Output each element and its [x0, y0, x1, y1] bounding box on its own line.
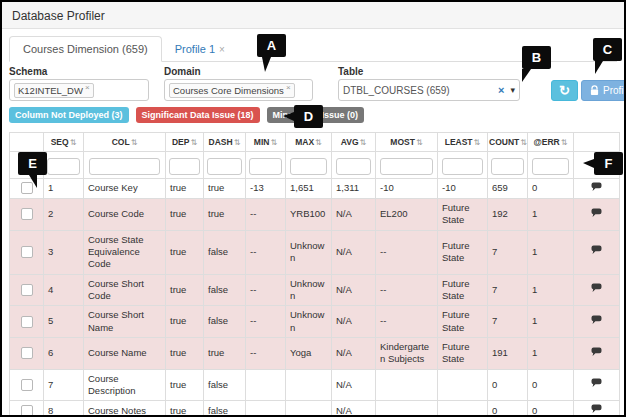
row-checkbox[interactable] [21, 347, 33, 359]
column-header-count[interactable]: COUNT⇅ [488, 133, 528, 152]
tab-courses-dimension[interactable]: Courses Dimension (659) [9, 36, 162, 62]
cell-count: 659 [488, 178, 528, 198]
sort-icon[interactable]: ⇅ [190, 138, 197, 147]
row-checkbox[interactable] [21, 208, 33, 220]
cell-dash: true [204, 198, 246, 230]
sort-icon[interactable]: ⇅ [360, 138, 367, 147]
column-header-col[interactable]: COL⇅ [84, 133, 166, 152]
table-row: 3 Course State Equivalence Code true fal… [10, 230, 620, 274]
cell-col: Course State Equivalence Code [84, 230, 166, 274]
sort-icon[interactable]: ⇅ [70, 138, 77, 147]
cell-dep: true [166, 198, 204, 230]
comment-icon[interactable] [591, 245, 602, 255]
comment-icon[interactable] [591, 208, 602, 218]
column-header-dep[interactable]: DEP⇅ [166, 133, 204, 152]
cell-seq: 4 [44, 274, 84, 306]
table-field: Table DTBL_COURSES (659) × ▾ [338, 66, 520, 101]
comment-icon[interactable] [591, 283, 602, 293]
badge-significant-data-issue[interactable]: Significant Data Issue (18) [136, 107, 260, 123]
column-header-most[interactable]: MOST⇅ [376, 133, 438, 152]
filter-input-seq[interactable] [47, 158, 79, 175]
tab-label: Profile 1 [175, 43, 215, 55]
select-column-header [10, 133, 44, 152]
cell-seq: 2 [44, 198, 84, 230]
callout-d: D [294, 105, 323, 128]
filter-input-most[interactable] [380, 158, 432, 175]
row-checkbox[interactable] [21, 379, 33, 391]
cell-seq: 8 [44, 401, 84, 417]
remove-token-icon[interactable]: × [286, 83, 291, 92]
row-checkbox[interactable] [21, 284, 33, 296]
filter-input-dash[interactable] [207, 158, 241, 175]
cell-dep: true [166, 369, 204, 401]
cell-max: YRB100 [286, 198, 332, 230]
cell-avg: N/A [332, 306, 376, 338]
sort-icon[interactable]: ⇅ [416, 138, 423, 147]
filter-input-dep[interactable] [169, 158, 199, 175]
domain-field: Domain Courses Core Dimensions× [164, 66, 313, 101]
filter-input-least[interactable] [442, 158, 483, 175]
column-header-least[interactable]: LEAST⇅ [438, 133, 488, 152]
cell-err: 0 [528, 369, 574, 401]
filter-input-err[interactable] [532, 158, 570, 175]
filter-input-count[interactable] [491, 158, 523, 175]
column-header-max[interactable]: MAX⇅ [286, 133, 332, 152]
main-content: Courses Dimension (659) Profile 1× Schem… [2, 36, 624, 417]
column-header-dash[interactable]: DASH⇅ [204, 133, 246, 152]
filter-input-col[interactable] [89, 158, 160, 175]
table-label: Table [338, 66, 520, 77]
table-select-value: DTBL_COURSES (659) [343, 85, 494, 96]
profile-button[interactable]: Profile [581, 80, 626, 101]
column-header-err[interactable]: @ERR⇅ [528, 133, 574, 152]
comment-icon[interactable] [591, 378, 602, 388]
sort-icon[interactable]: ⇅ [520, 138, 527, 147]
chevron-down-icon[interactable]: ▾ [510, 85, 515, 95]
column-header-min[interactable]: MIN⇅ [246, 133, 286, 152]
cell-max [286, 401, 332, 417]
sort-icon[interactable]: ⇅ [474, 138, 481, 147]
row-checkbox[interactable] [21, 405, 33, 417]
row-checkbox[interactable] [21, 316, 33, 328]
sort-icon[interactable]: ⇅ [270, 138, 277, 147]
filter-input-avg[interactable] [336, 158, 372, 175]
cell-err: 0 [528, 178, 574, 198]
cell-count: 192 [488, 198, 528, 230]
sort-icon[interactable]: ⇅ [234, 138, 241, 147]
filter-input-max[interactable] [290, 158, 328, 175]
cell-seq: 5 [44, 306, 84, 338]
sort-icon[interactable]: ⇅ [561, 138, 568, 147]
cell-min: -- [246, 274, 286, 306]
cell-least: Future State [438, 306, 488, 338]
cell-err: 1 [528, 306, 574, 338]
cell-most: -- [376, 306, 438, 338]
domain-token: Courses Core Dimensions× [169, 83, 295, 98]
clear-icon[interactable]: × [498, 84, 504, 96]
cell-most: Kindergarten Subjects [376, 337, 438, 369]
remove-token-icon[interactable]: × [85, 83, 90, 92]
comment-icon[interactable] [591, 182, 602, 192]
domain-input[interactable]: Courses Core Dimensions× [164, 79, 313, 101]
cell-most [376, 401, 438, 417]
sort-icon[interactable]: ⇅ [131, 138, 138, 147]
table-select[interactable]: DTBL_COURSES (659) × ▾ [338, 79, 520, 101]
comment-icon[interactable] [591, 347, 602, 357]
badge-column-not-deployed[interactable]: Column Not Deployed (3) [9, 107, 129, 123]
header-row: SEQ⇅ COL⇅ DEP⇅ DASH⇅ MIN⇅ MAX⇅ AVG⇅ MOST… [10, 133, 620, 152]
row-checkbox[interactable] [21, 246, 33, 258]
schema-input[interactable]: K12INTEL_DW× [9, 79, 149, 101]
callout-b: B [522, 46, 551, 69]
column-header-seq[interactable]: SEQ⇅ [44, 133, 84, 152]
comment-icon[interactable] [591, 404, 602, 414]
cell-max: Unknown [286, 274, 332, 306]
filter-input-min[interactable] [249, 158, 281, 175]
sort-icon[interactable]: ⇅ [315, 138, 322, 147]
tab-profile-1[interactable]: Profile 1× [162, 37, 238, 61]
cell-seq: 1 [44, 178, 84, 198]
cell-dep: true [166, 306, 204, 338]
refresh-button[interactable]: ↻ [551, 80, 578, 101]
comment-icon[interactable] [591, 315, 602, 325]
cell-seq: 3 [44, 230, 84, 274]
close-icon[interactable]: × [219, 44, 225, 55]
page-title: Database Profiler [2, 2, 624, 29]
column-header-avg[interactable]: AVG⇅ [332, 133, 376, 152]
